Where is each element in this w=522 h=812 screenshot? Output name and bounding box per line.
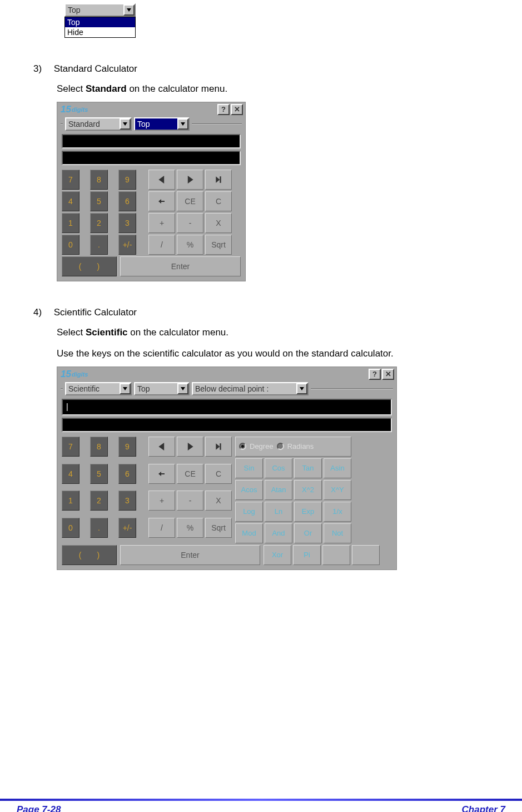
key-7[interactable]: 7 [62, 170, 79, 190]
key-inv[interactable]: 1/x [324, 502, 351, 522]
close-button[interactable]: ✕ [231, 104, 243, 115]
chevron-down-icon[interactable] [177, 383, 188, 394]
key-paren[interactable]: () [62, 545, 117, 565]
key-pi[interactable]: Pi [293, 545, 321, 565]
key-right[interactable] [177, 170, 203, 190]
mode-dropdown[interactable]: Standard [65, 117, 132, 131]
key-7[interactable]: 7 [62, 437, 79, 457]
key-sign[interactable]: +/- [118, 518, 136, 538]
close-button[interactable]: ✕ [382, 369, 394, 380]
key-sign[interactable]: +/- [118, 235, 136, 255]
key-9[interactable]: 9 [118, 437, 136, 457]
key-c[interactable]: C [205, 191, 232, 211]
degree-label: Degree [250, 442, 274, 450]
brand-digits: digits [72, 371, 88, 378]
svg-marker-3 [158, 176, 164, 184]
position-dropdown[interactable]: Top [134, 117, 190, 131]
key-1[interactable]: 1 [62, 491, 79, 511]
key-xpy[interactable]: X^Y [324, 480, 351, 500]
numeric-keypad: 7 8 9 4 5 6 1 2 3 0 . +/- [62, 437, 145, 543]
key-pct[interactable]: % [177, 518, 203, 538]
key-minus[interactable]: - [177, 491, 203, 511]
key-8[interactable]: 8 [90, 437, 108, 457]
key-sqrt[interactable]: Sqrt [205, 235, 232, 255]
key-8[interactable]: 8 [90, 170, 108, 190]
section-scientific: 4) Scientific Calculator Select Scientif… [33, 307, 489, 570]
key-tan[interactable]: Tan [294, 458, 322, 478]
key-plus[interactable]: + [148, 491, 175, 511]
function-keypad: Sin Cos Tan Asin Acos Atan X^2 X^Y Log L… [235, 458, 351, 543]
key-3[interactable]: 3 [118, 491, 136, 511]
key-6[interactable]: 6 [118, 191, 136, 211]
key-enter[interactable]: Enter [120, 256, 241, 276]
key-4[interactable]: 4 [62, 191, 79, 211]
dropdown-option-top[interactable]: Top [65, 17, 135, 27]
key-3[interactable]: 3 [118, 213, 136, 233]
key-log[interactable]: Log [235, 502, 263, 522]
key-dot[interactable]: . [90, 235, 108, 255]
key-5[interactable]: 5 [90, 191, 108, 211]
key-paren[interactable]: () [62, 256, 117, 276]
key-xsq[interactable]: X^2 [294, 480, 322, 500]
key-mult[interactable]: X [205, 491, 232, 511]
key-and[interactable]: And [265, 523, 292, 543]
key-mult[interactable]: X [205, 213, 232, 233]
key-div[interactable]: / [148, 518, 175, 538]
key-or[interactable]: Or [294, 523, 322, 543]
close-icon: ✕ [234, 105, 240, 113]
key-end[interactable] [205, 437, 232, 457]
chevron-down-icon[interactable] [296, 383, 307, 394]
key-cos[interactable]: Cos [265, 458, 292, 478]
key-2[interactable]: 2 [90, 213, 108, 233]
key-ce[interactable]: CE [177, 464, 203, 484]
key-dot[interactable]: . [90, 518, 108, 538]
key-0[interactable]: 0 [62, 235, 79, 255]
key-ce[interactable]: CE [177, 191, 203, 211]
mode-dropdown[interactable]: Scientific [65, 382, 132, 395]
key-2[interactable]: 2 [90, 491, 108, 511]
key-left[interactable] [148, 437, 175, 457]
key-0[interactable]: 0 [62, 518, 79, 538]
key-exp[interactable]: Exp [294, 502, 322, 522]
key-right[interactable] [177, 437, 203, 457]
key-minus[interactable]: - [177, 213, 203, 233]
top-dropdown-list: Top Hide [64, 17, 136, 38]
key-6[interactable]: 6 [118, 464, 136, 484]
mode-dropdown-value: Standard [66, 118, 120, 130]
key-enter[interactable]: Enter [120, 545, 260, 565]
key-back[interactable] [148, 464, 175, 484]
chevron-down-icon[interactable] [120, 118, 131, 130]
key-back[interactable] [148, 191, 175, 211]
key-sqrt[interactable]: Sqrt [205, 518, 232, 538]
key-c[interactable]: C [205, 464, 232, 484]
radians-radio[interactable] [277, 443, 284, 450]
help-button[interactable]: ? [217, 104, 230, 115]
key-ln[interactable]: Ln [265, 502, 292, 522]
degree-radio[interactable] [239, 443, 246, 450]
key-atan[interactable]: Atan [265, 480, 292, 500]
key-acos[interactable]: Acos [235, 480, 263, 500]
key-xor[interactable]: Xor [264, 545, 291, 565]
key-sin[interactable]: Sin [235, 458, 263, 478]
position-dropdown[interactable]: Top [134, 382, 190, 395]
key-div[interactable]: / [148, 235, 175, 255]
chevron-down-icon[interactable] [120, 383, 131, 394]
dropdown-option-hide[interactable]: Hide [65, 27, 135, 37]
key-pct[interactable]: % [177, 235, 203, 255]
decimal-dropdown[interactable]: Below decimal point : [192, 382, 309, 395]
key-not[interactable]: Not [324, 523, 351, 543]
help-button[interactable]: ? [369, 369, 381, 380]
key-end[interactable] [205, 170, 232, 190]
key-1[interactable]: 1 [62, 213, 79, 233]
numeric-keypad: 7 8 9 4 5 6 1 2 3 0 . +/- [62, 170, 145, 255]
key-4[interactable]: 4 [62, 464, 79, 484]
chevron-down-icon[interactable] [123, 4, 135, 16]
key-9[interactable]: 9 [118, 170, 136, 190]
key-plus[interactable]: + [148, 213, 175, 233]
key-asin[interactable]: Asin [324, 458, 351, 478]
key-5[interactable]: 5 [90, 464, 108, 484]
top-dropdown[interactable]: Top [64, 3, 136, 17]
key-mod[interactable]: Mod [235, 523, 263, 543]
key-left[interactable] [148, 170, 175, 190]
chevron-down-icon[interactable] [177, 118, 188, 130]
